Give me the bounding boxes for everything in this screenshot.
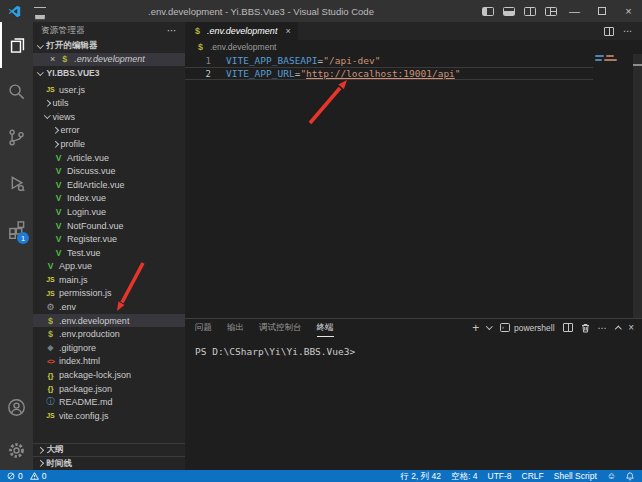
tree-item-app-vue[interactable]: VApp.vue <box>33 260 185 274</box>
close-panel-icon[interactable]: × <box>628 322 634 333</box>
tree-item-vite-config-js[interactable]: JSvite.config.js <box>33 409 185 423</box>
tree-item-notfound-vue[interactable]: VNotFound.vue <box>33 219 185 233</box>
explorer-more-icon[interactable]: ⋯ <box>167 25 177 36</box>
menu-icon[interactable] <box>34 7 46 15</box>
minimize-button[interactable]: — <box>561 0 588 22</box>
terminal-dropdown-icon[interactable] <box>486 323 492 329</box>
toggle-sidebar-icon[interactable] <box>482 7 494 16</box>
status-item[interactable]: UTF-8 <box>488 470 512 482</box>
tree-item--env-development[interactable]: $.env.development <box>33 314 185 328</box>
vue-file-icon: V <box>53 234 64 244</box>
terminal-output[interactable]: PS D:\CSharp\Yi\Yi.BBS.Vue3> <box>185 336 642 357</box>
toggle-panel-icon[interactable] <box>503 7 515 16</box>
tree-item-views[interactable]: views <box>33 110 185 124</box>
env-file-icon: $ <box>59 54 70 64</box>
tree-item-label: user.js <box>59 85 85 95</box>
activity-account[interactable] <box>0 384 33 430</box>
panel-header: 问题输出调试控制台终端 + › powershell ⋯ × <box>185 319 642 336</box>
code-line-2[interactable]: 2VITE_APP_URL="http://localhost:19001/ap… <box>185 67 593 80</box>
tree-item-discuss-vue[interactable]: VDiscuss.vue <box>33 164 185 178</box>
activity-settings[interactable] <box>0 430 33 470</box>
tree-item-label: package-lock.json <box>59 370 131 380</box>
tree-item-editarticle-vue[interactable]: VEditArticle.vue <box>33 178 185 192</box>
tree-item-error[interactable]: error <box>33 124 185 138</box>
code-line-1[interactable]: 1VITE_APP_BASEAPI="/api-dev" <box>185 54 593 67</box>
panel-tab-terminal-active[interactable]: 终端 <box>317 319 334 337</box>
status-bar: 0 0 行 2, 列 42空格: 4UTF-8CRLFShell Script☺ <box>0 470 642 482</box>
json-file-icon: {} <box>45 371 56 380</box>
status-item[interactable]: CRLF <box>522 470 544 482</box>
tree-item-label: App.vue <box>59 261 92 271</box>
problems-status[interactable]: 0 0 <box>0 470 46 482</box>
panel-more-icon[interactable]: ⋯ <box>598 323 608 333</box>
tree-item-index-vue[interactable]: VIndex.vue <box>33 192 185 206</box>
js-file-icon: JS <box>45 276 56 283</box>
terminal-instance[interactable]: › powershell <box>500 323 555 333</box>
open-editor-item[interactable]: × $ .env.development <box>33 53 185 67</box>
tree-item--env[interactable]: ⚙.env <box>33 300 185 314</box>
vue-file-icon: V <box>45 261 56 271</box>
section-project[interactable]: YI.BBS.VUE3 <box>33 66 185 80</box>
tree-item-test-vue[interactable]: VTest.vue <box>33 246 185 260</box>
status-item[interactable]: 空格: 4 <box>451 470 477 482</box>
minimap[interactable] <box>593 54 633 318</box>
code-area[interactable]: 1VITE_APP_BASEAPI="/api-dev"2VITE_APP_UR… <box>185 54 642 318</box>
section-open-editors[interactable]: 打开的编辑器 <box>33 39 185 53</box>
maximize-panel-icon[interactable] <box>615 326 621 332</box>
close-icon[interactable]: × <box>50 54 55 64</box>
tree-item-label: Test.vue <box>67 248 101 258</box>
line-text: VITE_APP_URL="http://localhost:19001/api… <box>226 68 461 79</box>
tree-item-package-json[interactable]: {}package.json <box>33 382 185 396</box>
new-terminal-icon[interactable]: + <box>472 323 479 333</box>
tree-item-login-vue[interactable]: VLogin.vue <box>33 205 185 219</box>
customize-layout-icon[interactable] <box>545 7 557 16</box>
close-button[interactable]: × <box>615 0 642 22</box>
env-file-icon: $ <box>195 42 206 52</box>
tree-item--env-production[interactable]: $.env.production <box>33 327 185 341</box>
tree-item-user-js[interactable]: JSuser.js <box>33 83 185 97</box>
activity-run-debug[interactable] <box>0 160 33 206</box>
kill-terminal-icon[interactable] <box>581 323 590 333</box>
activity-extensions[interactable]: 1 <box>0 206 33 252</box>
chevron-down-icon <box>44 113 50 119</box>
panel-tab-item[interactable]: 调试控制台 <box>259 319 302 337</box>
url-link[interactable]: http://localhost:19001/api <box>306 68 455 79</box>
section-timeline[interactable]: 时间线 <box>33 456 185 470</box>
tree-item-utils[interactable]: utils <box>33 96 185 110</box>
split-editor-icon[interactable] <box>604 27 614 36</box>
tree-item-label: permission.js <box>59 288 112 298</box>
activity-source-control[interactable] <box>0 114 33 160</box>
notifications-bell-icon[interactable] <box>626 472 634 481</box>
tree-item-label: EditArticle.vue <box>67 180 125 190</box>
toggle-secondary-sidebar-icon[interactable] <box>524 7 536 16</box>
activity-search[interactable] <box>0 68 33 114</box>
section-outline[interactable]: 大纲 <box>33 443 185 457</box>
tab-close-icon[interactable]: × <box>285 26 290 36</box>
status-item[interactable]: Shell Script <box>554 470 597 482</box>
tree-item-package-lock-json[interactable]: {}package-lock.json <box>33 368 185 382</box>
panel-actions: + › powershell ⋯ × <box>472 322 634 333</box>
tree-item-permission-js[interactable]: JSpermission.js <box>33 287 185 301</box>
tree-item--gitignore[interactable]: ◆.gitignore <box>33 341 185 355</box>
tree-item-profile[interactable]: profile <box>33 137 185 151</box>
activity-explorer[interactable] <box>0 22 33 68</box>
editor-more-icon[interactable]: ⋯ <box>623 26 633 36</box>
chevron-right-icon <box>44 100 50 106</box>
tree-item-register-vue[interactable]: VRegister.vue <box>33 232 185 246</box>
split-terminal-icon[interactable] <box>563 323 573 332</box>
status-item[interactable]: 行 2, 列 42 <box>400 470 441 482</box>
tree-item-index-html[interactable]: <>index.html <box>33 355 185 369</box>
panel-tab-item[interactable]: 问题 <box>195 319 212 337</box>
tab-env-development[interactable]: $ .env.development × <box>185 22 298 40</box>
breadcrumb[interactable]: $ .env.development <box>185 40 642 54</box>
maximize-button[interactable] <box>588 0 615 22</box>
tree-item-readme-md[interactable]: ⓘREADME.md <box>33 395 185 409</box>
editor-scrollbar[interactable] <box>633 54 642 318</box>
panel-tab-item[interactable]: 输出 <box>227 319 244 337</box>
feedback-smiley-icon[interactable]: ☺ <box>607 470 616 482</box>
tree-item-label: .gitignore <box>59 343 96 353</box>
tree-item-main-js[interactable]: JSmain.js <box>33 273 185 287</box>
status-right: 行 2, 列 42空格: 4UTF-8CRLFShell Script☺ <box>400 470 642 482</box>
tree-item-article-vue[interactable]: VArticle.vue <box>33 151 185 165</box>
warning-icon <box>30 472 39 480</box>
